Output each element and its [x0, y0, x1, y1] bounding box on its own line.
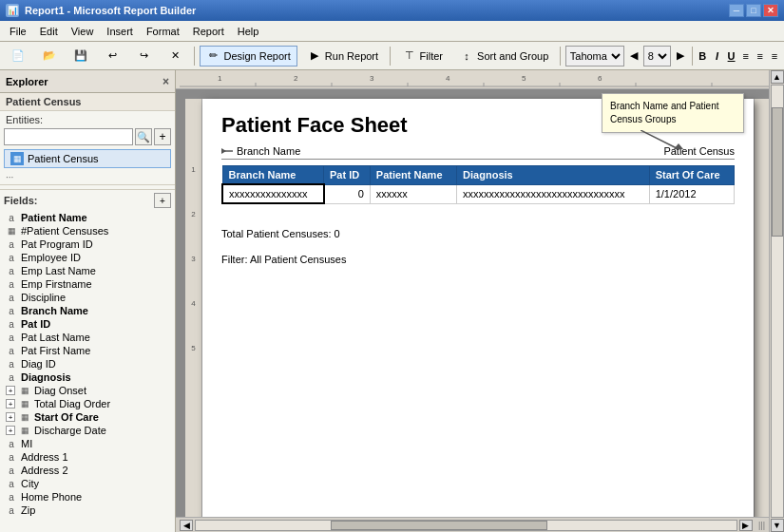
- menu-report[interactable]: Report: [187, 24, 230, 39]
- hscroll-track[interactable]: [195, 520, 737, 531]
- field-start-of-care[interactable]: + ▦ Start Of Care: [0, 410, 175, 424]
- explorer-close-button[interactable]: ×: [163, 75, 169, 88]
- entity-name: Patient Census: [28, 153, 99, 164]
- expand-icon[interactable]: +: [6, 426, 15, 435]
- vscroll-thumb[interactable]: [772, 107, 783, 237]
- field-total-diag-order[interactable]: + ▦ Total Diag Order: [0, 397, 175, 410]
- svg-marker-16: [221, 148, 226, 154]
- field-diag-onset[interactable]: + ▦ Diag Onset: [0, 384, 175, 397]
- field-type-icon: a: [6, 346, 17, 356]
- page-canvas[interactable]: 1 2 3 4 5 Patient Face Sheet Branch N: [176, 89, 769, 517]
- hscroll-bar[interactable]: ◀ ▶ |||: [176, 517, 769, 532]
- field-type-icon: a: [6, 372, 17, 383]
- field-pat-last-name[interactable]: a Pat Last Name: [0, 331, 175, 344]
- menu-edit[interactable]: Edit: [34, 24, 64, 39]
- svg-marker-18: [674, 143, 683, 149]
- entities-add-button[interactable]: +: [154, 128, 171, 145]
- hscroll-right-button[interactable]: ▶: [739, 520, 753, 531]
- font-name-select[interactable]: Tahoma: [565, 46, 624, 66]
- expand-icon[interactable]: +: [6, 399, 15, 408]
- vscroll-up-button[interactable]: ▲: [771, 70, 784, 84]
- menu-format[interactable]: Format: [141, 24, 185, 39]
- bold-button[interactable]: B: [697, 46, 708, 66]
- field-patient-censuses[interactable]: ▦ #Patient Censuses: [0, 224, 175, 238]
- main-layout: Explorer × Patient Census Entities: 🔍 + …: [0, 70, 784, 532]
- field-label: Discharge Date: [34, 425, 106, 436]
- sort-group-button[interactable]: ↕ Sort and Group: [452, 46, 555, 66]
- undo-button[interactable]: ↩: [98, 46, 126, 66]
- font-size-select[interactable]: 8: [643, 46, 671, 66]
- field-address1[interactable]: a Address 1: [0, 450, 175, 464]
- report-page[interactable]: Patient Face Sheet Branch Name Patient C…: [202, 99, 754, 517]
- menu-view[interactable]: View: [66, 24, 100, 39]
- menu-insert[interactable]: Insert: [101, 24, 139, 39]
- entities-search-button[interactable]: 🔍: [135, 128, 152, 145]
- field-address2[interactable]: a Address 2: [0, 464, 175, 477]
- field-pat-program-id[interactable]: a Pat Program ID: [0, 238, 175, 251]
- minimize-button[interactable]: ─: [729, 4, 744, 17]
- svg-text:6: 6: [598, 74, 602, 83]
- field-employee-id[interactable]: a Employee ID: [0, 251, 175, 264]
- entities-search-input[interactable]: [4, 128, 133, 145]
- redo-button[interactable]: ↪: [129, 46, 158, 66]
- field-pat-first-name[interactable]: a Pat First Name: [0, 344, 175, 357]
- hscroll-thumb[interactable]: [331, 521, 547, 530]
- field-type-icon: a: [6, 319, 17, 330]
- app-icon: 📊: [6, 4, 19, 17]
- field-label: Discipline: [21, 292, 66, 303]
- arrow-left-icon: [221, 145, 233, 157]
- new-button[interactable]: 📄: [4, 46, 32, 66]
- open-button[interactable]: 📂: [35, 46, 64, 66]
- hscroll-left-button[interactable]: ◀: [180, 520, 193, 531]
- vscroll-track[interactable]: [771, 85, 784, 518]
- field-diag-id[interactable]: a Diag ID: [0, 357, 175, 370]
- font-size-down[interactable]: ◀: [627, 46, 641, 66]
- field-emp-firstname[interactable]: a Emp Firstname: [0, 277, 175, 291]
- col-patient-name: Patient Name: [370, 166, 456, 185]
- delete-button[interactable]: ✕: [161, 46, 189, 66]
- field-type-icon: a: [6, 479, 17, 489]
- explorer-header: Explorer ×: [0, 70, 175, 93]
- right-ruler: [754, 99, 769, 517]
- align-right-button[interactable]: ≡: [769, 46, 780, 66]
- cell-pat-id: 0: [324, 184, 371, 203]
- field-discipline[interactable]: a Discipline: [0, 291, 175, 304]
- field-label: Address 2: [21, 465, 68, 476]
- svg-text:2: 2: [294, 74, 298, 83]
- field-pat-id[interactable]: a Pat ID: [0, 317, 175, 331]
- field-city[interactable]: a City: [0, 477, 175, 490]
- menu-help[interactable]: Help: [232, 24, 265, 39]
- field-emp-last-name[interactable]: a Emp Last Name: [0, 264, 175, 277]
- maximize-button[interactable]: □: [746, 4, 761, 17]
- run-report-button[interactable]: ▶ Run Report: [300, 46, 385, 66]
- expand-icon[interactable]: +: [6, 386, 15, 395]
- vscroll-bar[interactable]: ▲ ▼: [769, 70, 784, 532]
- field-home-phone[interactable]: a Home Phone: [0, 490, 175, 504]
- expand-icon[interactable]: +: [6, 412, 15, 422]
- field-label: Pat Last Name: [21, 332, 90, 343]
- field-zip[interactable]: a Zip: [0, 504, 175, 517]
- field-mi[interactable]: a MI: [0, 437, 175, 450]
- entities-label: Entities:: [0, 111, 175, 126]
- save-button[interactable]: 💾: [67, 46, 95, 66]
- align-left-button[interactable]: ≡: [740, 46, 752, 66]
- italic-button[interactable]: I: [711, 46, 722, 66]
- font-size-up[interactable]: ▶: [674, 46, 687, 66]
- field-discharge-date[interactable]: + ▦ Discharge Date: [0, 424, 175, 437]
- menu-file[interactable]: File: [4, 24, 32, 39]
- field-branch-name[interactable]: a Branch Name: [0, 304, 175, 317]
- design-label: Design Report: [224, 50, 291, 62]
- vscroll-down-button[interactable]: ▼: [771, 519, 784, 532]
- align-center-button[interactable]: ≡: [755, 46, 766, 66]
- fields-label: Fields:: [4, 195, 37, 206]
- underline-button[interactable]: U: [726, 46, 737, 66]
- filter-button[interactable]: ⊤ Filter: [395, 46, 449, 66]
- svg-rect-0: [180, 70, 769, 88]
- design-report-button[interactable]: ✏ Design Report: [200, 46, 297, 66]
- field-patient-name[interactable]: a Patient Name: [0, 211, 175, 224]
- fields-add-button[interactable]: +: [154, 193, 171, 208]
- design-icon: ✏: [206, 48, 221, 64]
- close-button[interactable]: ✕: [763, 4, 778, 17]
- field-diagnosis[interactable]: a Diagnosis: [0, 370, 175, 384]
- entity-list-item[interactable]: ▦ Patient Census: [4, 149, 171, 168]
